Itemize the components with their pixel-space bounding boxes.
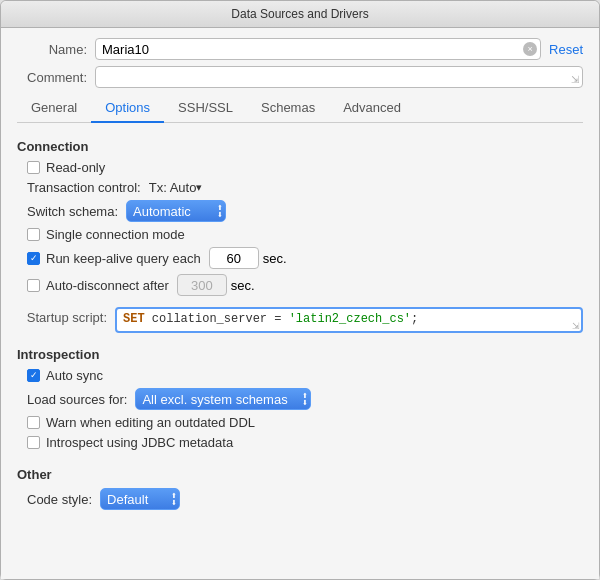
warn-ddl-label: Warn when editing an outdated DDL	[46, 415, 255, 430]
reset-button[interactable]: Reset	[549, 42, 583, 57]
introspection-section-content: Auto sync Load sources for: All excl. sy…	[27, 368, 583, 455]
other-section-content: Code style: Default Custom	[27, 488, 583, 515]
keep-alive-checkbox[interactable]	[27, 252, 40, 265]
tab-general[interactable]: General	[17, 94, 91, 123]
keep-alive-row: Run keep-alive query each sec.	[27, 247, 583, 269]
transaction-control-dropdown[interactable]: Tx: Auto	[149, 180, 203, 195]
script-semicolon: ;	[411, 312, 418, 326]
load-sources-row: Load sources for: All excl. system schem…	[27, 388, 583, 410]
warn-ddl-row: Warn when editing an outdated DDL	[27, 415, 583, 430]
introspect-jdbc-checkbox[interactable]	[27, 436, 40, 449]
title-bar: Data Sources and Drivers	[1, 1, 599, 28]
keep-alive-input[interactable]	[209, 247, 259, 269]
startup-script-row: Startup script: SET collation_server = '…	[17, 307, 583, 333]
script-body: collation_server =	[152, 312, 289, 326]
name-row: Name: × Reset	[17, 38, 583, 60]
introspect-jdbc-label: Introspect using JDBC metadata	[46, 435, 233, 450]
name-field-wrapper: ×	[95, 38, 541, 60]
window-title: Data Sources and Drivers	[231, 7, 368, 21]
keep-alive-label: Run keep-alive query each	[46, 251, 201, 266]
tab-advanced[interactable]: Advanced	[329, 94, 415, 123]
script-value: 'latin2_czech_cs'	[289, 312, 411, 326]
keep-alive-suffix: sec.	[263, 251, 287, 266]
comment-row: Comment: ⇲	[17, 66, 583, 88]
connection-section-content: Read-only Transaction control: Tx: Auto …	[27, 160, 583, 301]
code-style-label: Code style:	[27, 492, 92, 507]
name-input[interactable]	[95, 38, 541, 60]
switch-schema-row: Switch schema: Automatic Manual	[27, 200, 583, 222]
auto-sync-checkbox[interactable]	[27, 369, 40, 382]
auto-disconnect-input[interactable]	[177, 274, 227, 296]
transaction-control-row: Transaction control: Tx: Auto	[27, 180, 583, 195]
script-set-keyword: SET	[123, 312, 145, 326]
read-only-label: Read-only	[46, 160, 105, 175]
switch-schema-select[interactable]: Automatic Manual	[126, 200, 226, 222]
auto-disconnect-suffix: sec.	[231, 278, 255, 293]
read-only-checkbox[interactable]	[27, 161, 40, 174]
comment-label: Comment:	[17, 70, 87, 85]
read-only-row: Read-only	[27, 160, 583, 175]
code-style-select-wrapper: Default Custom	[100, 488, 180, 510]
single-connection-row: Single connection mode	[27, 227, 583, 242]
comment-field-wrapper: ⇲	[95, 66, 583, 88]
warn-ddl-checkbox[interactable]	[27, 416, 40, 429]
switch-schema-select-wrapper: Automatic Manual	[126, 200, 226, 222]
transaction-control-label: Transaction control:	[27, 180, 141, 195]
auto-disconnect-checkbox[interactable]	[27, 279, 40, 292]
introspect-jdbc-row: Introspect using JDBC metadata	[27, 435, 583, 450]
comment-input[interactable]	[95, 66, 583, 88]
tabs-bar: General Options SSH/SSL Schemas Advanced	[17, 94, 583, 123]
script-wrapper: SET collation_server = 'latin2_czech_cs'…	[115, 307, 583, 333]
resize-icon: ⇲	[571, 74, 579, 85]
load-sources-select[interactable]: All excl. system schemas All schemas Cus…	[135, 388, 311, 410]
content-area: Name: × Reset Comment: ⇲ General Options…	[1, 28, 599, 579]
script-resize-icon: ⇲	[572, 321, 580, 331]
single-connection-checkbox[interactable]	[27, 228, 40, 241]
introspection-section-title: Introspection	[17, 347, 583, 362]
auto-disconnect-row: Auto-disconnect after sec.	[27, 274, 583, 296]
single-connection-label: Single connection mode	[46, 227, 185, 242]
load-sources-select-wrapper: All excl. system schemas All schemas Cus…	[135, 388, 311, 410]
auto-disconnect-label: Auto-disconnect after	[46, 278, 169, 293]
tab-schemas[interactable]: Schemas	[247, 94, 329, 123]
load-sources-label: Load sources for:	[27, 392, 127, 407]
switch-schema-label: Switch schema:	[27, 204, 118, 219]
startup-script-label: Startup script:	[17, 307, 107, 325]
auto-sync-row: Auto sync	[27, 368, 583, 383]
connection-section-title: Connection	[17, 139, 583, 154]
other-section-title: Other	[17, 467, 583, 482]
startup-script-content[interactable]: SET collation_server = 'latin2_czech_cs'…	[115, 307, 583, 333]
name-label: Name:	[17, 42, 87, 57]
code-style-row: Code style: Default Custom	[27, 488, 583, 510]
auto-sync-label: Auto sync	[46, 368, 103, 383]
name-clear-button[interactable]: ×	[523, 42, 537, 56]
main-window: Data Sources and Drivers Name: × Reset C…	[0, 0, 600, 580]
code-style-select[interactable]: Default Custom	[100, 488, 180, 510]
tab-ssh-ssl[interactable]: SSH/SSL	[164, 94, 247, 123]
tab-options[interactable]: Options	[91, 94, 164, 123]
